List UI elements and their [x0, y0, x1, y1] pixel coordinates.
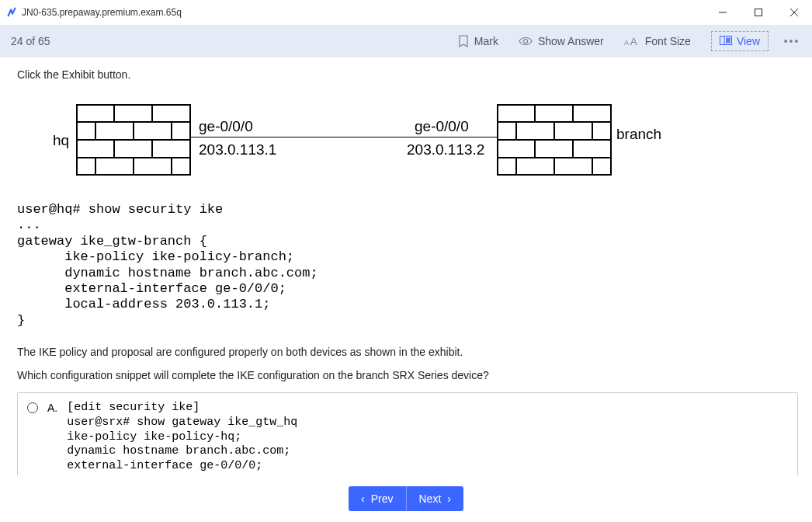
radio-unchecked-icon[interactable] [27, 402, 38, 413]
view-label: View [737, 35, 760, 47]
font-size-label: Font Size [645, 35, 691, 47]
option-letter: A. [47, 402, 57, 414]
minimize-button[interactable] [705, 0, 741, 25]
firewall-branch-icon [497, 104, 612, 176]
answer-option-a[interactable]: A. [edit security ike] user@srx# show ga… [17, 392, 798, 475]
question-counter: 24 of 65 [11, 35, 50, 47]
font-size-icon: AA [624, 36, 640, 47]
view-button[interactable]: View [711, 31, 769, 51]
question-para-2: Which configuration snippet will complet… [17, 369, 798, 381]
ellipsis-icon: ••• [784, 35, 800, 47]
diagram-link-line [191, 137, 497, 137]
show-answer-label: Show Answer [538, 35, 604, 47]
maximize-button[interactable] [741, 0, 776, 25]
close-button[interactable] [776, 0, 812, 25]
svg-rect-6 [726, 38, 730, 44]
next-label: Next [419, 492, 442, 505]
app-logo-icon [6, 7, 17, 18]
prev-button[interactable]: ‹ Prev [349, 486, 405, 511]
question-para-1: The IKE policy and proposal are configur… [17, 346, 798, 358]
mark-label: Mark [474, 35, 498, 47]
window-title: JN0-635.prepaway.premium.exam.65q [22, 7, 182, 18]
diagram-left-interface: ge-0/0/0 [199, 118, 253, 135]
bottom-nav: ‹ Prev Next › [0, 475, 812, 522]
config-output: user@hq# show security ike ... gateway i… [17, 202, 798, 329]
svg-text:A: A [630, 36, 637, 47]
prev-label: Prev [371, 492, 394, 505]
diagram-left-ip: 203.0.113.1 [199, 141, 276, 158]
diagram-right-interface: ge-0/0/0 [415, 118, 469, 135]
chevron-right-icon: › [447, 492, 451, 505]
question-content: Click the Exhibit button. hq g [0, 57, 812, 475]
svg-point-1 [523, 40, 527, 44]
firewall-hq-icon [76, 104, 191, 176]
show-answer-button[interactable]: Show Answer [519, 35, 604, 47]
view-layout-icon [720, 35, 732, 47]
eye-icon [519, 36, 533, 47]
diagram-hq-label: hq [53, 132, 69, 149]
mark-button[interactable]: Mark [458, 35, 498, 47]
more-options-button[interactable]: ••• [783, 32, 801, 50]
network-diagram: hq ge-0/0/0 203.0.113.1 ge-0/0 [25, 93, 790, 186]
svg-rect-0 [755, 9, 762, 16]
exhibit-instruction: Click the Exhibit button. [17, 68, 798, 81]
option-code: [edit security ike] user@srx# show gatew… [67, 401, 297, 474]
title-bar: JN0-635.prepaway.premium.exam.65q [0, 0, 812, 25]
next-button[interactable]: Next › [406, 486, 463, 511]
svg-text:A: A [624, 39, 629, 47]
bookmark-icon [458, 35, 469, 47]
diagram-right-ip: 203.0.113.2 [407, 141, 484, 158]
font-size-button[interactable]: AA Font Size [624, 35, 691, 47]
toolbar: 24 of 65 Mark Show Answer AA Font Size V… [0, 25, 812, 57]
diagram-branch-label: branch [616, 126, 661, 143]
chevron-left-icon: ‹ [361, 492, 365, 505]
